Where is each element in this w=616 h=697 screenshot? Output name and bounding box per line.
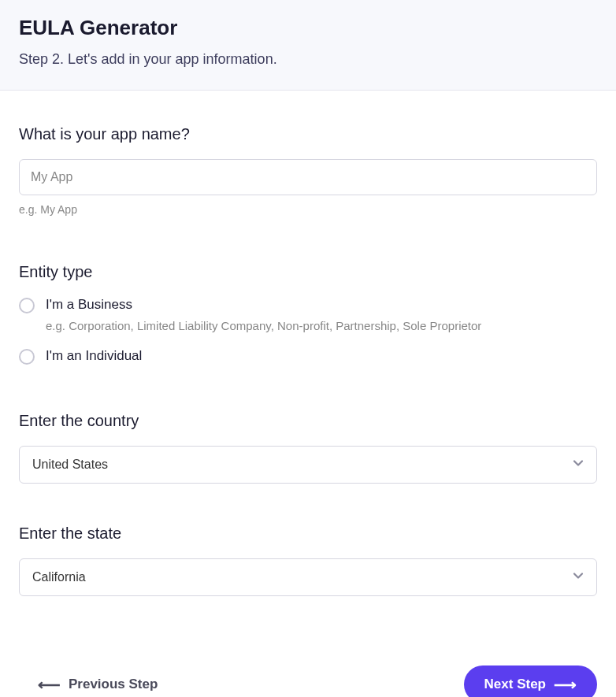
entity-type-business-label: I'm a Business: [46, 297, 597, 313]
radio-icon: [19, 349, 35, 365]
app-name-hint: e.g. My App: [19, 203, 597, 216]
arrow-right-icon: ⟶: [554, 677, 577, 692]
app-name-input[interactable]: [19, 159, 597, 195]
state-select-wrapper: California: [19, 558, 597, 596]
previous-step-button[interactable]: ⟵ Previous Step: [19, 669, 176, 697]
state-group: Enter the state California: [19, 525, 597, 596]
previous-step-label: Previous Step: [69, 677, 158, 692]
entity-type-individual-option[interactable]: I'm an Individual: [19, 348, 597, 365]
next-step-button[interactable]: Next Step ⟶: [464, 665, 597, 697]
country-selected-value: United States: [32, 458, 108, 471]
entity-type-business-option[interactable]: I'm a Business e.g. Corporation, Limited…: [19, 297, 597, 332]
radio-icon: [19, 298, 35, 313]
state-select[interactable]: California: [19, 558, 597, 596]
country-label: Enter the country: [19, 412, 597, 430]
page-title: EULA Generator: [19, 16, 597, 40]
entity-type-business-hint: e.g. Corporation, Limited Liability Comp…: [46, 319, 597, 332]
entity-type-individual-label: I'm an Individual: [46, 348, 597, 364]
entity-type-label: Entity type: [19, 263, 597, 281]
next-step-label: Next Step: [484, 677, 546, 692]
country-group: Enter the country United States: [19, 412, 597, 484]
form-container: What is your app name? e.g. My App Entit…: [0, 91, 616, 665]
footer-nav: ⟵ Previous Step Next Step ⟶: [0, 665, 616, 697]
app-name-group: What is your app name? e.g. My App: [19, 125, 597, 216]
state-selected-value: California: [32, 570, 86, 584]
entity-type-group: Entity type I'm a Business e.g. Corporat…: [19, 263, 597, 365]
app-name-label: What is your app name?: [19, 125, 597, 143]
country-select-wrapper: United States: [19, 446, 597, 484]
state-label: Enter the state: [19, 525, 597, 543]
arrow-left-icon: ⟵: [38, 677, 61, 692]
page-header: EULA Generator Step 2. Let's add in your…: [0, 0, 616, 91]
country-select[interactable]: United States: [19, 446, 597, 484]
page-subtitle: Step 2. Let's add in your app informatio…: [19, 51, 597, 68]
